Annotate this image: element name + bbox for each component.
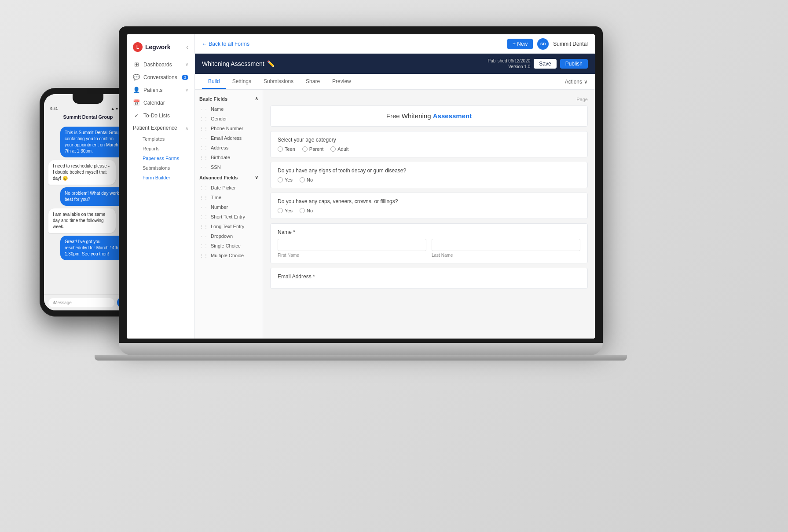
form-preview-canvas: Page Free Whitening Assessment (263, 90, 595, 339)
option-parent[interactable]: Parent (302, 146, 323, 152)
field-name-label: Name (211, 106, 224, 112)
laptop-mockup: L Legwork ‹ ⊞ Dashboards ∨ 💬 Conversatio… (119, 26, 603, 369)
main-content: ← Back to all Forms + New SD Summit Dent… (195, 34, 595, 339)
option-teen[interactable]: Teen (278, 146, 295, 152)
field-short-text[interactable]: ⋮⋮ Short Text Entry (195, 212, 263, 222)
field-address[interactable]: ⋮⋮ Address (195, 143, 263, 153)
phone-notch (73, 94, 103, 104)
back-to-forms-link[interactable]: ← Back to all Forms (202, 41, 249, 47)
chat-message-5: Great! I've got you rescheduled for Marc… (60, 236, 128, 260)
sidebar-item-paperless-forms[interactable]: Paperless Forms (127, 153, 194, 163)
radio-q2-yes (278, 177, 283, 182)
last-name-input[interactable] (432, 239, 580, 251)
form-header-right: Published 06/12/2020 Version 1.0 Save Pu… (488, 58, 588, 69)
field-date-picker[interactable]: ⋮⋮ Date Picker (195, 183, 263, 193)
chat-contact-name: Summit Dental Group (50, 114, 126, 120)
drag-icon-birthdate: ⋮⋮ (199, 155, 208, 160)
radio-teen (278, 146, 283, 152)
form-card-title: Free Whitening Assessment (271, 106, 587, 126)
question-2-text: Do you have any signs of tooth decay or … (278, 168, 580, 174)
conversations-badge: 3 (182, 75, 188, 80)
drag-icon-address: ⋮⋮ (199, 146, 208, 150)
field-name[interactable]: ⋮⋮ Name (195, 104, 263, 114)
tab-settings[interactable]: Settings (226, 75, 257, 89)
form-body: Basic Fields ∧ ⋮⋮ Name ⋮⋮ Gender (195, 90, 595, 339)
question-3-content: Do you have any caps, veneers, crowns, o… (271, 193, 587, 219)
sidebar-logo: L Legwork ‹ (127, 39, 194, 58)
sidebar-item-reports[interactable]: Reports (127, 144, 194, 153)
option-adult[interactable]: Adult (330, 146, 348, 152)
card-title-part2: Assessment (433, 112, 472, 120)
sidebar-collapse-button[interactable]: ‹ (186, 44, 188, 51)
field-email[interactable]: ⋮⋮ Email Address (195, 133, 263, 143)
field-long-text[interactable]: ⋮⋮ Long Text Entry (195, 222, 263, 231)
drag-icon-multiple-choice: ⋮⋮ (199, 253, 208, 258)
user-name: Summit Dental (553, 41, 588, 47)
first-name-input[interactable] (278, 239, 426, 251)
form-question-2[interactable]: Do you have any signs of tooth decay or … (270, 162, 588, 188)
option-q3-yes[interactable]: Yes (278, 208, 293, 213)
field-dropdown-label: Dropdown (211, 233, 233, 239)
field-gender[interactable]: ⋮⋮ Gender (195, 114, 263, 124)
card-title-part1: Free Whitening (386, 112, 431, 120)
patients-chevron: ∨ (185, 87, 188, 92)
sidebar-label-patients: Patients (143, 87, 162, 93)
sidebar-item-patient-experience[interactable]: Patient Experience ∧ (127, 122, 194, 134)
sidebar-item-submissions[interactable]: Submissions (127, 163, 194, 173)
sidebar-item-conversations[interactable]: 💬 Conversations 3 (127, 71, 194, 84)
form-question-3[interactable]: Do you have any caps, veneers, crowns, o… (270, 193, 588, 219)
sidebar-item-calendar[interactable]: 📅 Calendar (127, 96, 194, 109)
laptop-base (119, 343, 603, 355)
tab-build[interactable]: Build (202, 75, 226, 89)
sidebar-item-form-builder[interactable]: Form Builder (127, 173, 194, 182)
field-single-choice[interactable]: ⋮⋮ Single Choice (195, 241, 263, 251)
basic-fields-header[interactable]: Basic Fields ∧ (195, 93, 263, 104)
tab-submissions[interactable]: Submissions (257, 75, 300, 89)
form-title-card[interactable]: Free Whitening Assessment (270, 106, 588, 127)
field-birthdate[interactable]: ⋮⋮ Birthdate (195, 153, 263, 162)
form-email-field[interactable]: Email Address * (270, 268, 588, 289)
field-multiple-choice-label: Multiple Choice (211, 253, 244, 258)
advanced-fields-header[interactable]: Advanced Fields ∨ (195, 172, 263, 183)
sidebar-item-patients[interactable]: 👤 Patients ∨ (127, 84, 194, 96)
drag-icon-long-text: ⋮⋮ (199, 224, 208, 229)
first-name-field: First Name (278, 239, 426, 258)
new-button[interactable]: + New (507, 39, 533, 49)
field-phone[interactable]: ⋮⋮ Phone Number (195, 124, 263, 133)
sidebar-label-conversations: Conversations (143, 74, 177, 80)
question-1-text: Select your age category (278, 137, 580, 143)
form-name-field[interactable]: Name * First Name Last Name (270, 223, 588, 263)
option-q2-yes[interactable]: Yes (278, 177, 293, 182)
field-ssn[interactable]: ⋮⋮ SSN (195, 162, 263, 172)
option-q2-no[interactable]: No (300, 177, 313, 182)
sidebar-label-todo: To-Do Lists (143, 113, 170, 119)
publish-button[interactable]: Publish (560, 59, 588, 69)
form-question-1[interactable]: Select your age category Teen (270, 131, 588, 157)
question-1-options: Teen Parent Adult (278, 146, 580, 152)
submissions-label: Submissions (143, 165, 170, 171)
field-multiple-choice[interactable]: ⋮⋮ Multiple Choice (195, 251, 263, 260)
top-nav-right: + New SD Summit Dental (507, 38, 588, 50)
name-field-label: Name * (278, 229, 580, 235)
option-q3-no[interactable]: No (300, 208, 313, 213)
radio-parent (302, 146, 308, 152)
sidebar-item-templates[interactable]: Templates (127, 134, 194, 144)
drag-icon-datepicker: ⋮⋮ (199, 186, 208, 190)
field-number[interactable]: ⋮⋮ Number (195, 202, 263, 212)
actions-label: Actions (565, 79, 582, 85)
save-button[interactable]: Save (534, 59, 556, 69)
chat-message-4: I am available on the same day and time … (48, 208, 116, 233)
tab-preview[interactable]: Preview (326, 75, 357, 89)
sidebar-item-dashboards[interactable]: ⊞ Dashboards ∨ (127, 58, 194, 71)
actions-dropdown[interactable]: Actions ∨ (565, 79, 588, 85)
chat-input[interactable]: iMessage (48, 298, 114, 307)
tab-share[interactable]: Share (300, 75, 326, 89)
email-field-content: Email Address * (271, 268, 587, 288)
drag-icon-name: ⋮⋮ (199, 107, 208, 112)
field-address-label: Address (211, 145, 228, 150)
edit-title-icon[interactable]: ✏️ (267, 60, 275, 67)
sidebar-item-todo[interactable]: ✓ To-Do Lists (127, 109, 194, 122)
field-dropdown[interactable]: ⋮⋮ Dropdown (195, 231, 263, 241)
chat-message-3: No problem! What day works best for you? (60, 187, 128, 206)
field-time[interactable]: ⋮⋮ Time (195, 193, 263, 202)
